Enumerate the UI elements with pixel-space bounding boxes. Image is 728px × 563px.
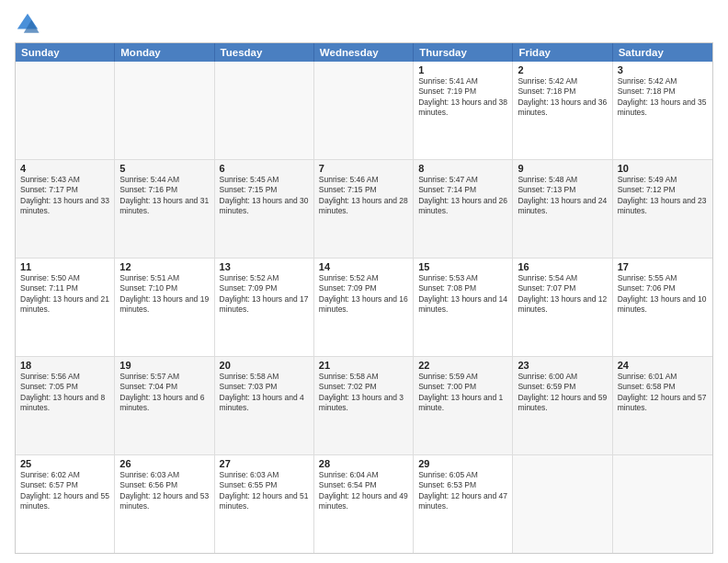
day-number: 9	[518, 163, 607, 174]
day-info: Sunrise: 5:55 AM Sunset: 7:06 PM Dayligh…	[618, 273, 708, 316]
calendar-cell	[613, 455, 712, 553]
day-number: 29	[418, 458, 507, 469]
calendar-cell: 16Sunrise: 5:54 AM Sunset: 7:07 PM Dayli…	[513, 259, 612, 356]
page: SundayMondayTuesdayWednesdayThursdayFrid…	[0, 0, 728, 563]
day-number: 20	[220, 360, 309, 371]
calendar-header-cell: Wednesday	[314, 43, 414, 62]
calendar-cell	[513, 455, 612, 553]
calendar-header-cell: Monday	[115, 43, 214, 62]
day-number: 2	[518, 64, 607, 75]
calendar-cell	[115, 62, 214, 159]
calendar-cell: 7Sunrise: 5:46 AM Sunset: 7:15 PM Daylig…	[314, 160, 414, 258]
calendar-row: 25Sunrise: 6:02 AM Sunset: 6:57 PM Dayli…	[16, 455, 712, 553]
calendar-header-cell: Sunday	[16, 43, 115, 62]
calendar-cell: 11Sunrise: 5:50 AM Sunset: 7:11 PM Dayli…	[16, 259, 115, 356]
calendar-cell: 15Sunrise: 5:53 AM Sunset: 7:08 PM Dayli…	[414, 259, 513, 356]
day-number: 10	[618, 163, 708, 174]
day-number: 17	[618, 261, 708, 272]
calendar-cell: 1Sunrise: 5:41 AM Sunset: 7:19 PM Daylig…	[414, 62, 513, 159]
day-info: Sunrise: 5:52 AM Sunset: 7:09 PM Dayligh…	[220, 273, 309, 316]
day-number: 16	[518, 261, 607, 272]
day-number: 23	[518, 360, 607, 371]
day-info: Sunrise: 5:50 AM Sunset: 7:11 PM Dayligh…	[20, 273, 109, 316]
calendar-cell: 13Sunrise: 5:52 AM Sunset: 7:09 PM Dayli…	[215, 259, 314, 356]
logo-icon	[15, 11, 40, 37]
calendar-cell: 2Sunrise: 5:42 AM Sunset: 7:18 PM Daylig…	[513, 62, 612, 159]
day-info: Sunrise: 5:57 AM Sunset: 7:04 PM Dayligh…	[119, 372, 209, 414]
calendar-cell: 22Sunrise: 5:59 AM Sunset: 7:00 PM Dayli…	[414, 357, 513, 454]
calendar-cell: 5Sunrise: 5:44 AM Sunset: 7:16 PM Daylig…	[115, 160, 214, 258]
day-info: Sunrise: 5:48 AM Sunset: 7:13 PM Dayligh…	[518, 175, 607, 217]
day-info: Sunrise: 6:02 AM Sunset: 6:57 PM Dayligh…	[20, 470, 109, 512]
calendar-row: 4Sunrise: 5:43 AM Sunset: 7:17 PM Daylig…	[16, 160, 712, 259]
day-info: Sunrise: 6:03 AM Sunset: 6:56 PM Dayligh…	[119, 470, 209, 512]
day-info: Sunrise: 5:44 AM Sunset: 7:16 PM Dayligh…	[119, 175, 209, 217]
day-number: 19	[119, 360, 209, 371]
day-info: Sunrise: 5:47 AM Sunset: 7:14 PM Dayligh…	[418, 175, 507, 217]
calendar-cell: 8Sunrise: 5:47 AM Sunset: 7:14 PM Daylig…	[414, 160, 513, 258]
day-info: Sunrise: 6:01 AM Sunset: 6:58 PM Dayligh…	[618, 372, 708, 414]
calendar-header-cell: Tuesday	[215, 43, 314, 62]
day-info: Sunrise: 5:53 AM Sunset: 7:08 PM Dayligh…	[418, 273, 507, 316]
day-number: 5	[119, 163, 209, 174]
calendar-cell: 3Sunrise: 5:42 AM Sunset: 7:18 PM Daylig…	[613, 62, 712, 159]
day-info: Sunrise: 5:56 AM Sunset: 7:05 PM Dayligh…	[20, 372, 109, 414]
calendar-cell: 14Sunrise: 5:52 AM Sunset: 7:09 PM Dayli…	[314, 259, 414, 356]
day-number: 15	[418, 261, 507, 272]
calendar-cell: 26Sunrise: 6:03 AM Sunset: 6:56 PM Dayli…	[115, 455, 214, 553]
calendar-cell: 23Sunrise: 6:00 AM Sunset: 6:59 PM Dayli…	[513, 357, 612, 454]
day-info: Sunrise: 6:00 AM Sunset: 6:59 PM Dayligh…	[518, 372, 607, 414]
calendar-cell	[16, 62, 115, 159]
header	[15, 11, 713, 37]
calendar-cell: 6Sunrise: 5:45 AM Sunset: 7:15 PM Daylig…	[215, 160, 314, 258]
calendar-body: 1Sunrise: 5:41 AM Sunset: 7:19 PM Daylig…	[16, 62, 712, 553]
day-number: 21	[319, 360, 408, 371]
calendar: SundayMondayTuesdayWednesdayThursdayFrid…	[15, 42, 713, 554]
calendar-cell: 24Sunrise: 6:01 AM Sunset: 6:58 PM Dayli…	[613, 357, 712, 454]
day-number: 25	[20, 458, 109, 469]
calendar-cell: 18Sunrise: 5:56 AM Sunset: 7:05 PM Dayli…	[16, 357, 115, 454]
day-info: Sunrise: 6:05 AM Sunset: 6:53 PM Dayligh…	[418, 470, 507, 512]
calendar-cell: 28Sunrise: 6:04 AM Sunset: 6:54 PM Dayli…	[314, 455, 414, 553]
day-number: 8	[418, 163, 507, 174]
calendar-cell: 17Sunrise: 5:55 AM Sunset: 7:06 PM Dayli…	[613, 259, 712, 356]
day-info: Sunrise: 5:46 AM Sunset: 7:15 PM Dayligh…	[319, 175, 408, 217]
calendar-cell	[314, 62, 414, 159]
calendar-cell: 20Sunrise: 5:58 AM Sunset: 7:03 PM Dayli…	[215, 357, 314, 454]
day-number: 24	[618, 360, 708, 371]
calendar-cell: 29Sunrise: 6:05 AM Sunset: 6:53 PM Dayli…	[414, 455, 513, 553]
calendar-header-cell: Thursday	[414, 43, 513, 62]
day-info: Sunrise: 5:51 AM Sunset: 7:10 PM Dayligh…	[119, 273, 209, 316]
calendar-header-cell: Friday	[513, 43, 612, 62]
day-number: 14	[319, 261, 408, 272]
calendar-cell: 10Sunrise: 5:49 AM Sunset: 7:12 PM Dayli…	[613, 160, 712, 258]
day-info: Sunrise: 5:58 AM Sunset: 7:02 PM Dayligh…	[319, 372, 408, 414]
day-number: 13	[220, 261, 309, 272]
day-number: 28	[319, 458, 408, 469]
day-number: 1	[418, 64, 507, 75]
calendar-cell: 9Sunrise: 5:48 AM Sunset: 7:13 PM Daylig…	[513, 160, 612, 258]
calendar-header-cell: Saturday	[613, 43, 712, 62]
calendar-row: 11Sunrise: 5:50 AM Sunset: 7:11 PM Dayli…	[16, 259, 712, 357]
calendar-cell: 19Sunrise: 5:57 AM Sunset: 7:04 PM Dayli…	[115, 357, 214, 454]
day-number: 4	[20, 163, 109, 174]
day-info: Sunrise: 5:52 AM Sunset: 7:09 PM Dayligh…	[319, 273, 408, 316]
calendar-cell: 25Sunrise: 6:02 AM Sunset: 6:57 PM Dayli…	[16, 455, 115, 553]
day-number: 6	[220, 163, 309, 174]
calendar-cell: 12Sunrise: 5:51 AM Sunset: 7:10 PM Dayli…	[115, 259, 214, 356]
day-number: 26	[119, 458, 209, 469]
day-number: 22	[418, 360, 507, 371]
calendar-header: SundayMondayTuesdayWednesdayThursdayFrid…	[16, 43, 712, 62]
day-number: 12	[119, 261, 209, 272]
day-number: 3	[618, 64, 708, 75]
calendar-row: 1Sunrise: 5:41 AM Sunset: 7:19 PM Daylig…	[16, 62, 712, 160]
calendar-row: 18Sunrise: 5:56 AM Sunset: 7:05 PM Dayli…	[16, 357, 712, 455]
day-info: Sunrise: 5:42 AM Sunset: 7:18 PM Dayligh…	[518, 76, 607, 119]
day-info: Sunrise: 6:04 AM Sunset: 6:54 PM Dayligh…	[319, 470, 408, 512]
day-info: Sunrise: 5:59 AM Sunset: 7:00 PM Dayligh…	[418, 372, 507, 414]
day-info: Sunrise: 5:41 AM Sunset: 7:19 PM Dayligh…	[418, 76, 507, 119]
day-info: Sunrise: 5:49 AM Sunset: 7:12 PM Dayligh…	[618, 175, 708, 217]
calendar-cell: 4Sunrise: 5:43 AM Sunset: 7:17 PM Daylig…	[16, 160, 115, 258]
day-info: Sunrise: 5:54 AM Sunset: 7:07 PM Dayligh…	[518, 273, 607, 316]
calendar-cell: 21Sunrise: 5:58 AM Sunset: 7:02 PM Dayli…	[314, 357, 414, 454]
